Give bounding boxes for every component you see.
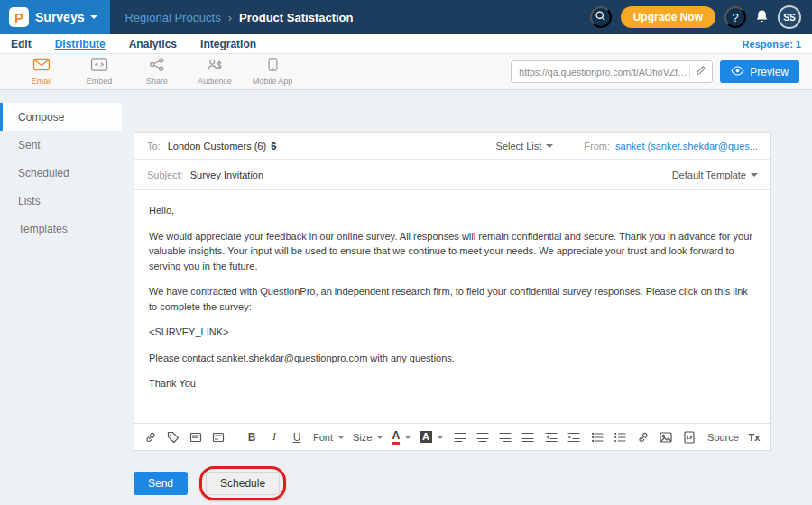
breadcrumb-survey-title: Product Satisfaction	[239, 11, 353, 24]
to-row: To: London Customers (6) 6 Select List F…	[134, 133, 770, 160]
schedule-button[interactable]: Schedule	[206, 472, 280, 495]
body-paragraph: <SURVEY_LINK>	[149, 325, 756, 340]
tab-edit[interactable]: Edit	[11, 38, 32, 50]
actions-row: Send Schedule	[134, 466, 771, 500]
ordered-list-icon[interactable]	[590, 429, 604, 445]
tab-integration[interactable]: Integration	[200, 38, 256, 50]
channel-email[interactable]: Email	[13, 58, 70, 86]
survey-link-field[interactable]: https://qa.questionpro.com/t/AOhoVZfqml	[511, 60, 713, 83]
sidebar-item-compose[interactable]: Compose	[0, 103, 122, 131]
bullet-list-icon[interactable]	[613, 429, 627, 445]
divider	[235, 430, 235, 445]
email-compose-card: To: London Customers (6) 6 Select List F…	[134, 132, 771, 451]
body-paragraph: We would appreciate your feedback in our…	[149, 229, 756, 274]
subject-label: Subject:	[147, 170, 183, 180]
sidebar-item-scheduled[interactable]: Scheduled	[0, 159, 122, 187]
breadcrumb-separator: ›	[228, 11, 232, 24]
breadcrumb-folder[interactable]: Regional Products	[125, 11, 220, 24]
font-dropdown[interactable]: Font	[313, 432, 345, 443]
chevron-down-icon	[404, 436, 411, 439]
send-button[interactable]: Send	[134, 472, 188, 495]
italic-button[interactable]: I	[267, 429, 281, 445]
survey-url[interactable]: https://qa.questionpro.com/t/AOhoVZfqml	[519, 67, 689, 78]
chevron-down-icon	[751, 173, 758, 177]
share-icon	[149, 58, 165, 75]
sidebar-item-templates[interactable]: Templates	[0, 215, 122, 243]
indent-icon[interactable]	[567, 429, 581, 445]
text-color-button[interactable]: A	[392, 430, 411, 445]
background-color-button[interactable]: A	[420, 431, 444, 443]
channel-share[interactable]: Share	[128, 58, 186, 86]
help-button[interactable]: ?	[724, 6, 746, 28]
email-body-editor[interactable]: Hello, We would appreciate your feedback…	[134, 190, 770, 423]
insert-field-icon[interactable]	[211, 429, 226, 445]
indent-group	[544, 429, 581, 445]
notifications-button[interactable]	[755, 9, 769, 26]
text-color-icon: A	[392, 430, 400, 445]
template-dropdown[interactable]: Default Template	[672, 170, 758, 180]
app-window: P Surveys Regional Products › Product Sa…	[0, 0, 812, 505]
search-button[interactable]	[590, 6, 612, 28]
breadcrumb: Regional Products › Product Satisfaction	[125, 11, 353, 24]
tab-distribute[interactable]: Distribute	[55, 38, 106, 50]
background-color-icon: A	[420, 431, 432, 443]
align-justify-icon[interactable]	[521, 429, 535, 445]
to-row-right: Select List From: sanket (sanket.shekdar…	[496, 141, 758, 152]
size-dropdown[interactable]: Size	[353, 432, 383, 443]
chevron-down-icon	[337, 436, 345, 439]
edit-url-button[interactable]	[689, 65, 706, 78]
questionpro-logo: P	[9, 7, 29, 27]
pencil-icon	[696, 65, 706, 78]
underline-button[interactable]: U	[290, 429, 304, 445]
align-group	[453, 429, 535, 445]
top-actions: Upgrade Now ? SS	[590, 5, 812, 29]
rich-text-toolbar: B I U Font Size A	[134, 423, 770, 450]
body-paragraph: Hello,	[149, 203, 756, 218]
email-sidebar: Compose Sent Scheduled Lists Templates	[0, 90, 122, 505]
channel-embed[interactable]: Embed	[70, 58, 128, 86]
survey-nav-tabs: Edit Distribute Analytics Integration Re…	[0, 34, 812, 53]
mobile-icon	[268, 58, 278, 75]
user-avatar[interactable]: SS	[778, 5, 801, 29]
bold-button[interactable]: B	[245, 429, 259, 445]
from-value[interactable]: sanket (sanket.shekdar@ques...	[615, 141, 758, 152]
chevron-down-icon	[546, 144, 553, 148]
preview-button[interactable]: Preview	[720, 60, 799, 83]
format-group: B I U	[245, 429, 304, 445]
audience-icon	[206, 58, 224, 75]
upgrade-now-button[interactable]: Upgrade Now	[621, 6, 715, 28]
product-name: Surveys	[35, 10, 84, 24]
chevron-down-icon	[90, 15, 97, 19]
insert-template-icon[interactable]	[189, 429, 203, 445]
align-center-icon[interactable]	[475, 429, 490, 445]
to-value[interactable]: London Customers (6)	[168, 141, 266, 152]
outdent-icon[interactable]	[544, 429, 558, 445]
source-group: Source Tx	[682, 429, 761, 445]
insert-link-icon[interactable]	[636, 429, 651, 445]
sidebar-item-sent[interactable]: Sent	[0, 131, 122, 159]
product-switcher[interactable]: P Surveys	[0, 0, 110, 34]
media-group	[636, 429, 673, 445]
link-icon[interactable]	[143, 429, 158, 445]
remove-format-button[interactable]: Tx	[747, 429, 761, 445]
body-paragraph: Please contact sanket.shekdar@questionpr…	[149, 351, 756, 366]
eye-icon	[731, 66, 744, 78]
search-icon	[595, 10, 606, 24]
top-bar: P Surveys Regional Products › Product Sa…	[0, 0, 812, 34]
sidebar-item-lists[interactable]: Lists	[0, 187, 122, 215]
tag-icon[interactable]	[166, 429, 180, 445]
source-label[interactable]: Source	[707, 432, 739, 443]
insert-image-icon[interactable]	[659, 429, 673, 445]
subject-value[interactable]: Survey Invitation	[190, 170, 263, 180]
channel-audience[interactable]: Audience	[186, 58, 244, 86]
from-label: From:	[584, 141, 610, 152]
source-icon[interactable]	[682, 429, 697, 445]
insert-group	[143, 429, 226, 445]
tab-analytics[interactable]: Analytics	[129, 38, 177, 50]
channel-mobile-app[interactable]: Mobile App	[244, 58, 301, 86]
select-list-dropdown[interactable]: Select List	[496, 141, 554, 152]
body-paragraph: Thank You	[149, 376, 756, 391]
align-left-icon[interactable]	[453, 429, 467, 445]
response-count[interactable]: Response: 1	[743, 39, 801, 50]
align-right-icon[interactable]	[498, 429, 512, 445]
